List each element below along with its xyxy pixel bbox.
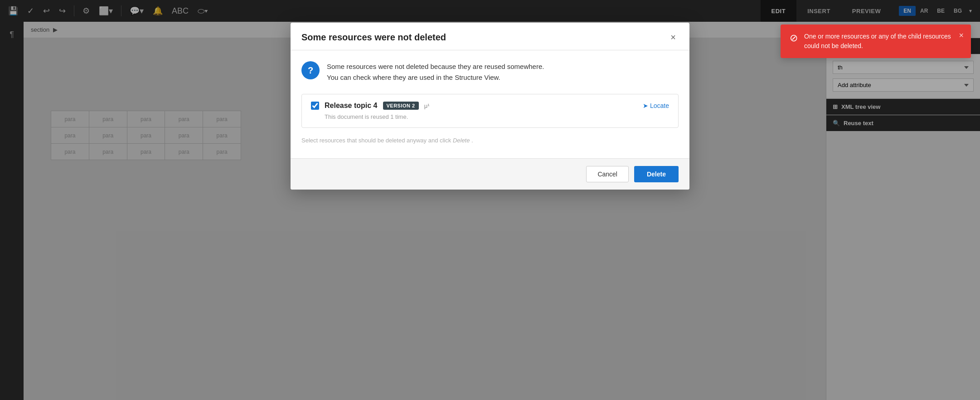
delete-button[interactable]: Delete: [634, 166, 679, 182]
toast-close-button[interactable]: ×: [959, 31, 964, 40]
question-icon: ?: [301, 61, 320, 79]
locate-label: Locate: [650, 102, 669, 109]
dialog-resources-not-deleted: Some resources were not deleted × ? Some…: [291, 23, 689, 190]
dialog-info-row: ? Some resources were not deleted becaus…: [301, 61, 679, 83]
hint-prefix: Select resources that should be deleted …: [301, 137, 451, 144]
dialog-body: ? Some resources were not deleted becaus…: [291, 50, 689, 158]
select-hint: Select resources that should be deleted …: [301, 137, 679, 144]
version-icon: μ¹: [424, 102, 430, 109]
resource-box: Release topic 4 VERSION 2 μ¹ ➤ Locate Th…: [301, 94, 679, 128]
resource-checkbox[interactable]: [311, 102, 319, 110]
message-line2: You can check where they are used in the…: [327, 73, 500, 81]
hint-italic: Delete: [453, 137, 470, 144]
locate-arrow-icon: ➤: [643, 102, 648, 109]
dialog-header: Some resources were not deleted ×: [291, 23, 689, 50]
resource-name: Release topic 4: [325, 102, 378, 110]
toast-error-icon: ⊘: [790, 32, 798, 44]
resource-reused-text: This document is reused 1 time.: [311, 113, 669, 120]
cancel-button[interactable]: Cancel: [586, 166, 629, 182]
version-badge: VERSION 2: [383, 102, 419, 110]
toast-message: One or more resources or any of the chil…: [804, 32, 952, 51]
toast-notification: ⊘ One or more resources or any of the ch…: [781, 24, 971, 58]
hint-suffix: .: [471, 137, 473, 144]
dialog-message: Some resources were not deleted because …: [327, 61, 544, 83]
dialog-title: Some resources were not deleted: [301, 32, 446, 43]
dialog-close-button[interactable]: ×: [668, 32, 679, 43]
message-line1: Some resources were not deleted because …: [327, 63, 544, 70]
dialog-footer: Cancel Delete: [291, 158, 689, 190]
locate-button[interactable]: ➤ Locate: [643, 102, 669, 109]
resource-row: Release topic 4 VERSION 2 μ¹ ➤ Locate: [311, 102, 669, 110]
